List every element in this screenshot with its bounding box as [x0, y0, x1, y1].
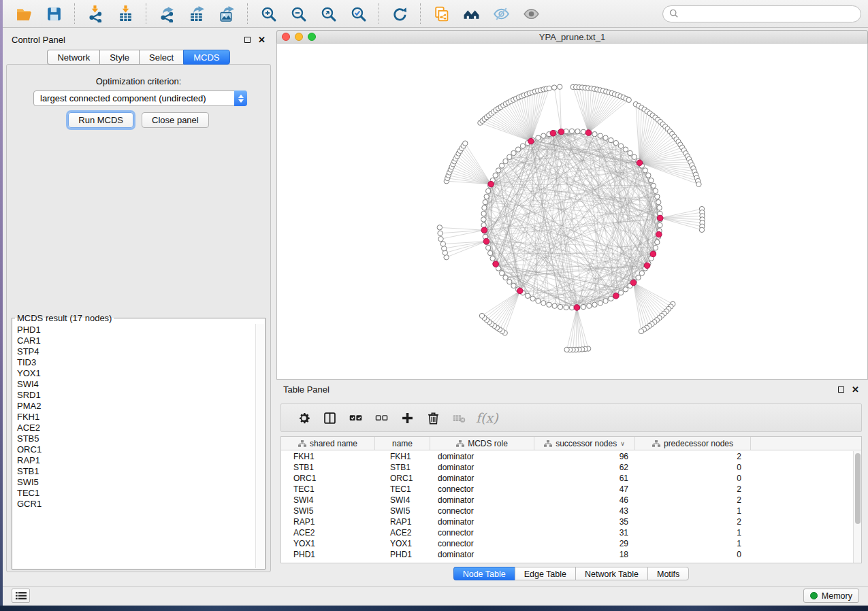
save-icon: [46, 5, 63, 22]
table-row[interactable]: PHD1PHD1dominator180: [281, 549, 853, 560]
mcds-result-item[interactable]: YOX1: [14, 368, 254, 379]
search-box[interactable]: [662, 5, 861, 22]
table-row[interactable]: YOX1YOX1connector291: [281, 538, 853, 549]
network-canvas[interactable]: [276, 44, 868, 380]
optimization-criterion-select[interactable]: largest connected component (undirected): [33, 90, 247, 106]
column-header-predecessor-nodes[interactable]: predecessor nodes: [635, 437, 751, 450]
show-all-button[interactable]: [517, 2, 545, 25]
import-network-button[interactable]: [81, 2, 110, 25]
zoom-selected-button[interactable]: [344, 2, 372, 25]
add-column-button[interactable]: [394, 406, 420, 429]
zoom-out-button[interactable]: [284, 2, 312, 25]
export-network-button[interactable]: [152, 2, 181, 25]
memory-button[interactable]: Memory: [803, 589, 859, 603]
table-row[interactable]: STB1STB1dominator620: [281, 462, 853, 473]
mcds-result-item[interactable]: STP4: [14, 346, 254, 357]
table-row[interactable]: TEC1TEC1connector472: [281, 484, 853, 495]
select-all-button[interactable]: [342, 406, 368, 429]
table-scrollbar-thumb[interactable]: [855, 453, 861, 524]
close-panel-icon[interactable]: ✕: [852, 385, 859, 394]
table-row[interactable]: ACE2ACE2connector311: [281, 527, 853, 538]
mcds-result-item[interactable]: TID3: [14, 357, 254, 368]
table-cell: 43: [534, 506, 635, 516]
table-cell: connector: [430, 539, 534, 548]
save-button[interactable]: [39, 2, 68, 25]
export-table-button[interactable]: [182, 2, 211, 25]
clone-network-button[interactable]: [427, 2, 455, 25]
mcds-result-item[interactable]: STB1: [14, 466, 254, 477]
table-row[interactable]: ORC1ORC1dominator610: [281, 473, 853, 484]
table-cell: 46: [534, 495, 635, 505]
zoom-fit-button[interactable]: [314, 2, 342, 25]
table-body[interactable]: FKH1FKH1dominator962STB1STB1dominator620…: [281, 451, 853, 563]
column-header-mcds-role[interactable]: MCDS role: [430, 437, 534, 450]
mcds-result-item[interactable]: FKH1: [14, 412, 254, 423]
table-row[interactable]: RAP1RAP1dominator352: [281, 516, 853, 527]
network-graph[interactable]: [277, 44, 867, 379]
deselect-all-icon: [374, 411, 389, 425]
column-header-shared-name[interactable]: shared name: [281, 437, 375, 450]
table-cell: 18: [534, 550, 635, 559]
search-input[interactable]: [683, 9, 854, 19]
export-network-icon: [159, 5, 176, 22]
export-image-button[interactable]: [212, 2, 241, 25]
table-row[interactable]: SWI5SWI5connector431: [281, 506, 853, 516]
table-cell: ACE2: [375, 528, 430, 538]
column-header-successor-nodes[interactable]: successor nodes ∨: [534, 437, 635, 450]
import-table-button[interactable]: [111, 2, 140, 25]
table-cell: PHD1: [281, 550, 375, 559]
tab-style[interactable]: Style: [99, 50, 139, 65]
mcds-result-item[interactable]: ORC1: [14, 444, 254, 455]
first-neighbors-button[interactable]: [457, 2, 485, 25]
table-row[interactable]: SWI4SWI4dominator462: [281, 495, 853, 506]
mcds-result-item[interactable]: ACE2: [14, 423, 254, 433]
close-panel-button[interactable]: Close panel: [142, 112, 209, 128]
tab-select[interactable]: Select: [139, 50, 183, 65]
close-panel-icon[interactable]: ✕: [258, 35, 266, 44]
tab-network[interactable]: Network: [47, 50, 99, 65]
run-mcds-button[interactable]: Run MCDS: [68, 112, 133, 128]
starter-panel-button[interactable]: [12, 589, 30, 603]
table-scrollbar[interactable]: [853, 451, 861, 563]
mcds-result-list[interactable]: PHD1CAR1STP4TID3YOX1SWI4SRD1PMA2FKH1ACE2…: [14, 325, 254, 567]
mcds-result-item[interactable]: GCR1: [14, 499, 254, 510]
mcds-result-item[interactable]: SRD1: [14, 390, 254, 401]
mcds-result-item[interactable]: SWI5: [14, 477, 254, 488]
delete-column-button[interactable]: [420, 406, 446, 429]
float-panel-icon[interactable]: [838, 386, 844, 393]
open-button[interactable]: [10, 2, 38, 25]
float-panel-icon[interactable]: [244, 37, 251, 43]
function-builder-button[interactable]: f(x): [472, 406, 502, 429]
mcds-result-item[interactable]: RAP1: [14, 455, 254, 466]
deselect-all-button[interactable]: [368, 406, 394, 429]
column-header-name[interactable]: name: [375, 437, 430, 450]
split-view-icon: [323, 411, 337, 425]
mcds-result-item[interactable]: PMA2: [14, 401, 254, 412]
table-cell: dominator: [430, 550, 534, 559]
table-panel-title: Table Panel: [283, 384, 329, 395]
network-window-titlebar[interactable]: YPA_prune.txt_1: [276, 30, 868, 44]
split-view-button[interactable]: [317, 406, 342, 429]
mcds-result-item[interactable]: SWI4: [14, 379, 254, 390]
table-settings-button[interactable]: [291, 406, 317, 429]
zoom-in-button[interactable]: [254, 2, 283, 25]
mcds-result-item[interactable]: STB5: [14, 433, 254, 444]
delete-table-button[interactable]: [446, 406, 472, 429]
tab-motifs[interactable]: Motifs: [647, 567, 689, 580]
mcds-result-item[interactable]: PHD1: [14, 325, 254, 335]
apply-layout-button[interactable]: [385, 2, 414, 25]
table-cell: TEC1: [375, 484, 430, 494]
tab-network-table[interactable]: Network Table: [575, 567, 647, 580]
tab-mcds[interactable]: MCDS: [183, 50, 229, 65]
table-row[interactable]: FKH1FKH1dominator962: [281, 451, 853, 462]
table-cell: 29: [534, 539, 635, 548]
desktop-wallpaper-bottom: [0, 606, 868, 611]
mcds-result-scrollbar[interactable]: [255, 324, 264, 568]
mcds-result-item[interactable]: TEC1: [14, 488, 254, 499]
hide-selected-button[interactable]: [487, 2, 515, 25]
tab-node-table[interactable]: Node Table: [453, 567, 515, 580]
tab-edge-table[interactable]: Edge Table: [515, 567, 575, 580]
mcds-result-item[interactable]: CAR1: [14, 335, 254, 346]
main-toolbar: [3, 0, 868, 28]
node-table-header: shared name name MCDS role successor nod…: [281, 437, 861, 450]
